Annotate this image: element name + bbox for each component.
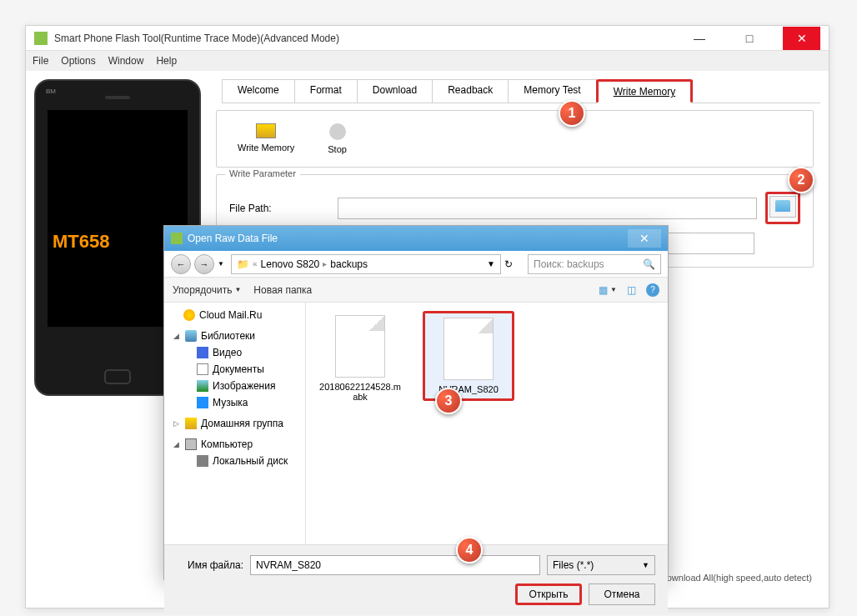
homegroup-icon: [185, 418, 197, 429]
tab-format[interactable]: Format: [294, 79, 358, 103]
search-placeholder: Поиск: backups: [534, 258, 604, 270]
expand-icon: ◢: [173, 332, 179, 340]
image-icon: [197, 380, 208, 392]
tabs: Welcome Format Download Readback Memory …: [222, 79, 820, 103]
browse-highlight: [765, 192, 800, 224]
menu-file[interactable]: File: [33, 55, 48, 67]
folder-icon: [775, 200, 790, 212]
titlebar: Smart Phone Flash Tool(Runtime Trace Mod…: [26, 26, 829, 51]
filename-input[interactable]: [250, 555, 540, 575]
expand-icon: ▷: [173, 419, 179, 428]
window-title: Smart Phone Flash Tool(Runtime Trace Mod…: [54, 33, 683, 44]
file-path-input[interactable]: [338, 198, 757, 219]
callout-1: 1: [559, 100, 585, 127]
filename-label: Имя файла:: [177, 559, 243, 571]
phone-home-button: [104, 369, 131, 384]
write-memory-label: Write Memory: [238, 143, 294, 153]
chip-icon: [256, 123, 276, 138]
sidebar-item-homegroup[interactable]: ▷Домашняя группа: [168, 411, 301, 432]
sidebar-item-video[interactable]: Видео: [168, 344, 301, 361]
refresh-button[interactable]: ↻: [504, 258, 524, 270]
maximize-button[interactable]: [733, 27, 766, 50]
nav-forward-button[interactable]: →: [194, 254, 214, 274]
tab-download[interactable]: Download: [357, 79, 433, 103]
dialog-icon: [171, 233, 183, 244]
minimize-button[interactable]: [683, 27, 716, 50]
view-icon: ▦: [599, 284, 608, 296]
app-icon: [34, 32, 48, 45]
sidebar-item-libraries[interactable]: ◢Библиотеки: [168, 323, 301, 344]
dialog-bottom: Имя файла: Files (*.*) ▼ Открыть Отмена: [164, 544, 668, 615]
preview-pane-button[interactable]: ◫: [627, 284, 636, 296]
toolbar: Write Memory Stop: [216, 110, 814, 168]
file-list: 20180622124528.mabk NVRAM_S820: [306, 303, 668, 544]
breadcrumb-2[interactable]: backups: [330, 258, 368, 270]
search-input[interactable]: Поиск: backups 🔍: [528, 254, 661, 274]
menu-window[interactable]: Window: [108, 55, 144, 67]
stop-icon: [329, 123, 346, 140]
expand-icon: ◢: [173, 440, 179, 448]
breadcrumb-1[interactable]: Lenovo S820: [261, 258, 320, 270]
browse-button[interactable]: [769, 196, 796, 218]
search-icon: 🔍: [643, 258, 655, 270]
computer-icon: [185, 438, 197, 450]
menu-options[interactable]: Options: [61, 55, 95, 67]
file-item[interactable]: 20180622124528.mabk: [314, 311, 406, 406]
dialog-close-button[interactable]: ✕: [628, 229, 661, 248]
phone-brand: BM: [46, 88, 56, 95]
document-icon: [197, 363, 208, 375]
help-icon[interactable]: ?: [646, 283, 659, 297]
breadcrumb-dropdown-icon[interactable]: ▼: [487, 259, 495, 268]
sidebar-item-images[interactable]: Изображения: [168, 378, 301, 394]
file-filter-dropdown[interactable]: Files (*.*) ▼: [547, 555, 655, 575]
group-label: Write Parameter: [225, 168, 300, 178]
video-icon: [197, 347, 208, 358]
breadcrumb-folder-icon: 📁: [237, 258, 249, 270]
breadcrumb[interactable]: 📁 « Lenovo S820 ▸ backups ▼: [231, 254, 501, 274]
nav-history-dropdown[interactable]: ▼: [218, 260, 228, 268]
tab-memory-test[interactable]: Memory Test: [508, 79, 596, 103]
phone-chip-text: MT658: [53, 231, 109, 253]
sidebar-item-music[interactable]: Музыка: [168, 394, 301, 411]
dialog-nav: ← → ▼ 📁 « Lenovo S820 ▸ backups ▼ ↻ Поис…: [164, 251, 668, 278]
dialog-sidebar: Cloud Mail.Ru ◢Библиотеки Видео Документ…: [164, 303, 306, 544]
dialog-titlebar: Open Raw Data File ✕: [164, 226, 668, 251]
tab-write-memory[interactable]: Write Memory: [596, 79, 693, 103]
nav-back-button[interactable]: ←: [171, 254, 191, 274]
file-icon: [335, 315, 385, 378]
dropdown-icon: ▼: [234, 286, 241, 293]
cloud-icon: [183, 309, 195, 321]
menubar: File Options Window Help: [26, 51, 829, 71]
dropdown-icon: ▼: [642, 561, 649, 569]
dropdown-icon: ▼: [610, 286, 617, 293]
cancel-button[interactable]: Отмена: [589, 583, 655, 605]
callout-2: 2: [788, 167, 814, 193]
file-name: 20180622124528.mabk: [318, 382, 402, 402]
file-dialog: Open Raw Data File ✕ ← → ▼ 📁 « Lenovo S8…: [163, 225, 669, 580]
status-text: ownload All(high speed,auto detect): [667, 573, 812, 583]
sidebar-item-localdisk[interactable]: Локальный диск: [168, 453, 301, 469]
tab-welcome[interactable]: Welcome: [222, 79, 295, 103]
sidebar-item-documents[interactable]: Документы: [168, 361, 301, 378]
tab-readback[interactable]: Readback: [432, 79, 509, 103]
phone-speaker: [105, 96, 130, 99]
new-folder-button[interactable]: Новая папка: [253, 284, 312, 296]
organize-button[interactable]: Упорядочить ▼: [173, 284, 241, 296]
sidebar-item-computer[interactable]: ◢Компьютер: [168, 432, 301, 453]
menu-help[interactable]: Help: [156, 55, 177, 67]
stop-label: Stop: [328, 144, 347, 154]
music-icon: [197, 397, 208, 408]
close-button[interactable]: [783, 27, 820, 50]
file-icon: [444, 318, 494, 380]
file-item-selected[interactable]: NVRAM_S820: [423, 311, 514, 401]
breadcrumb-sep: ▸: [323, 259, 327, 268]
library-icon: [185, 330, 197, 342]
callout-3: 3: [435, 388, 462, 414]
open-button[interactable]: Открыть: [515, 583, 582, 605]
file-path-label: File Path:: [229, 203, 329, 214]
stop-button[interactable]: Stop: [328, 123, 347, 154]
write-memory-button[interactable]: Write Memory: [238, 123, 294, 154]
sidebar-item-cloud[interactable]: Cloud Mail.Ru: [168, 307, 301, 323]
breadcrumb-sep: «: [253, 259, 258, 268]
view-mode-button[interactable]: ▦ ▼: [599, 284, 617, 296]
